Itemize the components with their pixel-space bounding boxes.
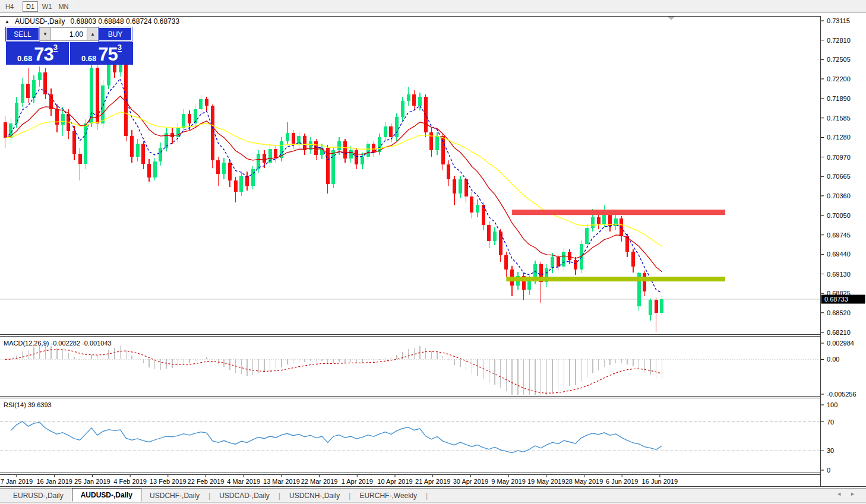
svg-text:7 Jan 2019: 7 Jan 2019 [1, 478, 33, 485]
timeframe-button-h4[interactable]: H4 [2, 1, 17, 12]
rsi-indicator-label: RSI(14) 39.6393 [4, 401, 52, 408]
buy-price-pips: 75 [98, 46, 117, 63]
resistance-line [512, 210, 725, 215]
chart-canvas[interactable]: 0.731150.728100.725050.722000.718900.715… [0, 0, 866, 487]
svg-text:4 Feb 2019: 4 Feb 2019 [113, 478, 147, 485]
svg-text:-0.005256: -0.005256 [827, 391, 856, 398]
buy-button[interactable]: BUY [99, 27, 132, 41]
terminal-window: H4D1W1MN 0.731150.728100.725050.722000.7… [0, 0, 866, 504]
sell-price-pips: 73 [34, 46, 53, 63]
svg-text:22 Feb 2019: 22 Feb 2019 [188, 478, 225, 485]
sell-button[interactable]: SELL [6, 27, 39, 41]
candlestick-series [4, 49, 664, 332]
rsi-line [11, 421, 662, 453]
svg-text:13 Mar 2019: 13 Mar 2019 [263, 478, 300, 485]
svg-text:0.70970: 0.70970 [827, 154, 851, 161]
chart-tab-usdcad-daily[interactable]: USDCAD-,Daily [211, 490, 278, 502]
svg-text:0.71890: 0.71890 [827, 95, 851, 102]
svg-text:1 Apr 2019: 1 Apr 2019 [342, 478, 373, 485]
price-axis: 0.731150.728100.725050.722000.718900.715… [821, 17, 851, 336]
buy-price-prefix: 0.68 [81, 54, 96, 63]
svg-text:0.69745: 0.69745 [827, 232, 851, 239]
svg-text:28 May 2019: 28 May 2019 [565, 478, 603, 485]
chart-symbol-label: AUDUSD-,Daily [15, 17, 65, 26]
svg-text:0.69440: 0.69440 [827, 251, 851, 258]
volume-decrease-button[interactable]: ▼ [39, 27, 51, 41]
volume-input[interactable] [51, 27, 87, 41]
svg-text:19 May 2019: 19 May 2019 [527, 478, 565, 485]
sell-price-quote[interactable]: 0.68 73 3 [6, 42, 69, 65]
date-axis: 7 Jan 201916 Jan 201925 Jan 20194 Feb 20… [1, 475, 678, 485]
chart-shift-marker-icon[interactable] [668, 17, 675, 20]
volume-increase-button[interactable]: ▲ [87, 27, 99, 41]
svg-text:30 Apr 2019: 30 Apr 2019 [453, 478, 488, 485]
svg-text:30: 30 [827, 447, 834, 454]
svg-text:0.72200: 0.72200 [827, 75, 851, 83]
macd-signal-line [5, 350, 662, 394]
svg-text:0.002984: 0.002984 [827, 340, 854, 347]
svg-text:0.70665: 0.70665 [827, 173, 851, 180]
svg-text:13 Feb 2019: 13 Feb 2019 [150, 478, 187, 485]
tabs-scroll-left-icon[interactable]: ◄ [836, 491, 842, 497]
chart-tab-eurusd-daily[interactable]: EURUSD-,Daily [5, 490, 72, 502]
svg-text:10 Apr 2019: 10 Apr 2019 [377, 478, 412, 485]
buy-price-quote[interactable]: 0.68 75 3 [70, 42, 133, 65]
tabs-scroll-right-icon[interactable]: ► [850, 491, 855, 497]
svg-text:70: 70 [827, 419, 834, 426]
svg-text:16 Jan 2019: 16 Jan 2019 [36, 478, 72, 485]
svg-text:21 Apr 2019: 21 Apr 2019 [415, 478, 450, 485]
macd-histogram [5, 345, 662, 395]
svg-text:0.68210: 0.68210 [827, 329, 851, 336]
timeframe-toolbar: H4D1W1MN [0, 0, 866, 13]
timeframe-button-w1[interactable]: W1 [39, 1, 55, 12]
sell-price-prefix: 0.68 [17, 54, 32, 63]
toolbar-separator [20, 2, 20, 11]
svg-text:0.72505: 0.72505 [827, 56, 851, 63]
svg-text:0.72810: 0.72810 [827, 37, 851, 44]
svg-text:25 Jan 2019: 25 Jan 2019 [74, 478, 110, 485]
svg-text:0.70360: 0.70360 [827, 192, 851, 199]
buy-price-point: 3 [118, 44, 122, 52]
timeframe-button-d1[interactable]: D1 [23, 1, 38, 12]
svg-text:0.71585: 0.71585 [827, 115, 851, 122]
svg-text:4 Mar 2019: 4 Mar 2019 [227, 478, 260, 485]
svg-text:22 Mar 2019: 22 Mar 2019 [301, 478, 338, 485]
chart-header: ▲ AUDUSD-,Daily 0.68803 0.68848 0.68724 … [5, 17, 179, 26]
svg-text:0.68520: 0.68520 [827, 309, 851, 316]
chart-tab-usdchf-daily[interactable]: USDCHF-,Daily [141, 490, 208, 502]
svg-text:0.00: 0.00 [827, 356, 839, 363]
timeframe-button-mn[interactable]: MN [56, 1, 71, 12]
one-click-trading-panel: SELL ▼ ▲ BUY 0.68 73 3 0.68 75 3 [6, 27, 133, 65]
sell-price-point: 3 [53, 44, 58, 52]
svg-text:16 Jun 2019: 16 Jun 2019 [642, 478, 678, 485]
svg-text:0: 0 [827, 467, 830, 474]
tab-separator: | [425, 492, 428, 500]
chart-tab-audusd-daily[interactable]: AUDUSD-,Daily [72, 488, 141, 502]
chart-tab-eurchf-weekly[interactable]: EURCHF-,Weekly [351, 490, 425, 502]
chart-frame [0, 17, 866, 487]
svg-text:6 Jun 2019: 6 Jun 2019 [606, 478, 638, 485]
chart-tab-usdcnh-daily[interactable]: USDCNH-,Daily [281, 490, 348, 502]
svg-text:0.73115: 0.73115 [827, 17, 850, 24]
svg-text:100: 100 [827, 401, 837, 408]
collapse-panel-icon[interactable]: ▲ [5, 19, 10, 24]
current-price-tag: 0.68733 [821, 295, 865, 304]
macd-indicator-label: MACD(12,26,9) -0.002282 -0.001043 [4, 340, 112, 347]
svg-text:0.71280: 0.71280 [827, 134, 851, 141]
macd-axis: 0.0029840.00-0.005256 [821, 340, 856, 398]
support-line [506, 277, 725, 281]
svg-text:9 May 2019: 9 May 2019 [491, 478, 525, 485]
chart-tab-bar: EURUSD-,DailyAUDUSD-,DailyUSDCHF-,Daily|… [0, 488, 866, 502]
chart-ohlc-values: 0.68803 0.68848 0.68724 0.68733 [71, 17, 180, 26]
rsi-axis: 10070300 [821, 401, 837, 474]
svg-text:0.70050: 0.70050 [827, 212, 851, 219]
svg-text:0.69130: 0.69130 [827, 271, 851, 278]
svg-text:0.68733: 0.68733 [824, 296, 848, 303]
toolbar-separator [74, 2, 74, 11]
